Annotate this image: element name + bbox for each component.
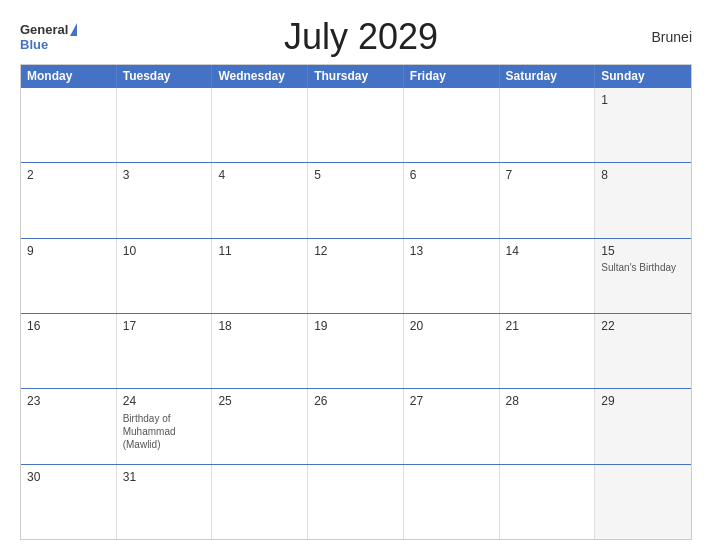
calendar-cell-r3-c5: 21 <box>500 314 596 388</box>
calendar-cell-r5-c3 <box>308 465 404 539</box>
day-number-16: 16 <box>27 318 110 335</box>
calendar-cell-r1-c3: 5 <box>308 163 404 237</box>
day-number-2: 2 <box>27 167 110 184</box>
day-number-20: 20 <box>410 318 493 335</box>
logo: GeneralBlue <box>20 22 90 52</box>
weekday-friday: Friday <box>404 65 500 87</box>
calendar-cell-r0-c2 <box>212 88 308 162</box>
calendar-cell-r3-c0: 16 <box>21 314 117 388</box>
day-number-31: 31 <box>123 469 206 486</box>
calendar-cell-r2-c6: 15Sultan's Birthday <box>595 239 691 313</box>
calendar-cell-r3-c4: 20 <box>404 314 500 388</box>
day-event: Birthday of Muhammad (Mawlid) <box>123 412 206 451</box>
calendar-cell-r1-c4: 6 <box>404 163 500 237</box>
calendar-cell-r5-c4 <box>404 465 500 539</box>
day-number-7: 7 <box>506 167 589 184</box>
calendar-cell-r5-c2 <box>212 465 308 539</box>
calendar-header: MondayTuesdayWednesdayThursdayFridaySatu… <box>21 65 691 87</box>
calendar: MondayTuesdayWednesdayThursdayFridaySatu… <box>20 64 692 540</box>
calendar-row-2: 9101112131415Sultan's Birthday <box>21 238 691 313</box>
country-label: Brunei <box>632 29 692 45</box>
day-number-23: 23 <box>27 393 110 410</box>
calendar-cell-r3-c3: 19 <box>308 314 404 388</box>
weekday-monday: Monday <box>21 65 117 87</box>
calendar-body: 123456789101112131415Sultan's Birthday16… <box>21 87 691 539</box>
calendar-cell-r0-c4 <box>404 88 500 162</box>
day-number-22: 22 <box>601 318 685 335</box>
calendar-cell-r5-c5 <box>500 465 596 539</box>
calendar-cell-r4-c5: 28 <box>500 389 596 463</box>
calendar-cell-r2-c0: 9 <box>21 239 117 313</box>
calendar-cell-r3-c6: 22 <box>595 314 691 388</box>
calendar-cell-r4-c1: 24Birthday of Muhammad (Mawlid) <box>117 389 213 463</box>
weekday-wednesday: Wednesday <box>212 65 308 87</box>
calendar-cell-r2-c5: 14 <box>500 239 596 313</box>
calendar-cell-r3-c2: 18 <box>212 314 308 388</box>
day-number-4: 4 <box>218 167 301 184</box>
calendar-row-1: 2345678 <box>21 162 691 237</box>
logo-blue: Blue <box>20 37 48 52</box>
day-number-28: 28 <box>506 393 589 410</box>
calendar-row-3: 16171819202122 <box>21 313 691 388</box>
page: GeneralBlueJuly 2029Brunei MondayTuesday… <box>0 0 712 550</box>
day-number-6: 6 <box>410 167 493 184</box>
calendar-cell-r0-c3 <box>308 88 404 162</box>
day-number-1: 1 <box>601 92 685 109</box>
logo-general: General <box>20 22 68 37</box>
header: GeneralBlueJuly 2029Brunei <box>20 16 692 58</box>
day-number-10: 10 <box>123 243 206 260</box>
calendar-cell-r4-c3: 26 <box>308 389 404 463</box>
calendar-cell-r2-c1: 10 <box>117 239 213 313</box>
calendar-row-5: 3031 <box>21 464 691 539</box>
calendar-cell-r2-c3: 12 <box>308 239 404 313</box>
day-number-8: 8 <box>601 167 685 184</box>
day-number-17: 17 <box>123 318 206 335</box>
day-event: Sultan's Birthday <box>601 261 685 274</box>
calendar-cell-r1-c0: 2 <box>21 163 117 237</box>
day-number-5: 5 <box>314 167 397 184</box>
day-number-12: 12 <box>314 243 397 260</box>
calendar-row-0: 1 <box>21 87 691 162</box>
day-number-13: 13 <box>410 243 493 260</box>
calendar-cell-r4-c0: 23 <box>21 389 117 463</box>
day-number-21: 21 <box>506 318 589 335</box>
calendar-row-4: 2324Birthday of Muhammad (Mawlid)2526272… <box>21 388 691 463</box>
calendar-cell-r1-c1: 3 <box>117 163 213 237</box>
day-number-14: 14 <box>506 243 589 260</box>
day-number-25: 25 <box>218 393 301 410</box>
calendar-cell-r0-c0 <box>21 88 117 162</box>
day-number-15: 15 <box>601 243 685 260</box>
day-number-9: 9 <box>27 243 110 260</box>
logo-triangle-icon <box>70 23 77 36</box>
calendar-cell-r1-c6: 8 <box>595 163 691 237</box>
weekday-saturday: Saturday <box>500 65 596 87</box>
calendar-cell-r4-c2: 25 <box>212 389 308 463</box>
day-number-30: 30 <box>27 469 110 486</box>
calendar-cell-r1-c5: 7 <box>500 163 596 237</box>
calendar-cell-r0-c1 <box>117 88 213 162</box>
day-number-26: 26 <box>314 393 397 410</box>
calendar-cell-r1-c2: 4 <box>212 163 308 237</box>
day-number-27: 27 <box>410 393 493 410</box>
day-number-29: 29 <box>601 393 685 410</box>
day-number-3: 3 <box>123 167 206 184</box>
calendar-cell-r3-c1: 17 <box>117 314 213 388</box>
month-title: July 2029 <box>90 16 632 58</box>
calendar-cell-r4-c6: 29 <box>595 389 691 463</box>
calendar-cell-r5-c0: 30 <box>21 465 117 539</box>
day-number-18: 18 <box>218 318 301 335</box>
day-number-11: 11 <box>218 243 301 260</box>
weekday-tuesday: Tuesday <box>117 65 213 87</box>
calendar-cell-r0-c6: 1 <box>595 88 691 162</box>
weekday-thursday: Thursday <box>308 65 404 87</box>
calendar-cell-r2-c4: 13 <box>404 239 500 313</box>
calendar-cell-r5-c6 <box>595 465 691 539</box>
weekday-sunday: Sunday <box>595 65 691 87</box>
calendar-cell-r2-c2: 11 <box>212 239 308 313</box>
day-number-24: 24 <box>123 393 206 410</box>
calendar-cell-r4-c4: 27 <box>404 389 500 463</box>
calendar-cell-r0-c5 <box>500 88 596 162</box>
day-number-19: 19 <box>314 318 397 335</box>
calendar-cell-r5-c1: 31 <box>117 465 213 539</box>
